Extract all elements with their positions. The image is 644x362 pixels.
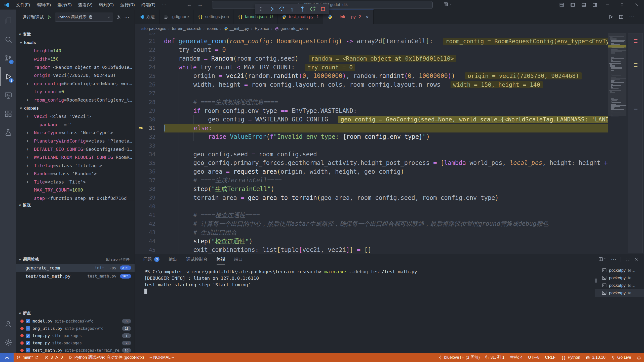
variable-row[interactable]: ❯PlanetaryWindConfig = <class 'Planeta… <box>16 137 135 145</box>
variable-row[interactable]: origin = vec2i(7205730, 9024468) <box>16 71 135 79</box>
code-line-26[interactable]: 26width, height = room_config.layout.n_c… <box>135 80 644 89</box>
status-encoding[interactable]: UTF-8 <box>525 353 542 362</box>
activitybar-extensions[interactable] <box>0 105 16 123</box>
more-actions-icon[interactable]: ⋯ <box>124 14 129 20</box>
variable-row[interactable]: ❯room_config = RoomRequestConfig(env_t… <box>16 96 135 104</box>
forward-icon[interactable]: → <box>197 2 203 8</box>
code-line-45[interactable]: 45exit_combinations: list[tuple[vec2i, v… <box>135 246 644 254</box>
gutter[interactable]: 36 <box>135 167 164 176</box>
gutter[interactable]: 39 <box>135 193 164 202</box>
panel-tab-输出[interactable]: 输出 <box>169 254 177 264</box>
code-line-41[interactable]: 41# ====检查连通性==== <box>135 211 644 219</box>
tab-__init__.py[interactable]: __init__.py2✕ <box>323 10 373 24</box>
gutter[interactable]: 38 <box>135 185 164 194</box>
terminal-list-item[interactable]: pocketpyte… <box>595 266 644 274</box>
variable-row[interactable]: ❯DEFAULT_GEO_CONFIG = GeoConfig(seed=1… <box>16 145 135 153</box>
panel-left-toggle-icon[interactable] <box>567 0 578 10</box>
gutter[interactable]: 24 <box>135 63 164 72</box>
code-line-30[interactable]: 30geo_config = WASTELAND_GEO_CONFIGgeo_c… <box>135 115 644 124</box>
menu-item-6[interactable]: 终端(T) <box>138 0 159 10</box>
breadcrumb-item[interactable]: site-packages <box>141 26 166 31</box>
status-git-blame[interactable]: blueloveTH (3 周前) <box>435 353 482 362</box>
debug-step-into-button[interactable] <box>289 6 295 12</box>
panel-more-actions-icon[interactable]: ⋯ <box>611 256 616 262</box>
split-editor-button[interactable] <box>619 14 624 20</box>
breadcrumb[interactable]: site-packages›terrain_research›rooms›__i… <box>135 24 644 33</box>
code-line-29[interactable]: 29if room_config.env_type == EnvType.WAS… <box>135 106 644 115</box>
panel-bottom-toggle-icon[interactable] <box>578 0 589 10</box>
code-line-42[interactable]: 42# 计算每一个出口的中心，然后使用astar生成路径，确保每一个出口组合都可… <box>135 219 644 228</box>
gutter[interactable]: 31 <box>135 124 164 133</box>
gutter[interactable]: 25 <box>135 72 164 80</box>
code-line-36[interactable]: 36geo_area = request_area(origin, width,… <box>135 167 644 176</box>
code-line-25[interactable]: 25origin = vec2i(random.randint(0, 10000… <box>135 72 644 80</box>
debug-continue-button[interactable] <box>268 6 275 12</box>
variable-row[interactable]: ❯WASTELAND_ROOM_REQUEST_CONFIG = RoomR… <box>16 153 135 161</box>
code-line-32[interactable]: 32raise ValueError(f"Invalid env type: {… <box>135 132 644 141</box>
gutter[interactable]: 41 <box>135 211 164 219</box>
menu-item-7[interactable]: ⋯ <box>159 0 170 10</box>
gutter[interactable]: 28 <box>135 98 164 107</box>
menu-item-1[interactable]: 编辑(E) <box>33 0 54 10</box>
variable-row[interactable]: ❯NoiseType = <class 'NoiseType'> <box>16 129 135 137</box>
code-line-20[interactable]: 20 <box>135 33 644 37</box>
variables-header[interactable]: ∨变量 <box>16 30 135 38</box>
gutter[interactable]: 23 <box>135 54 164 63</box>
gear-icon[interactable] <box>116 15 121 20</box>
gutter[interactable]: 21 <box>135 37 164 46</box>
close-panel-icon[interactable] <box>634 257 638 261</box>
window-minimize-button[interactable] <box>600 0 615 10</box>
breakpoints-header[interactable]: ∨断点 <box>16 309 135 318</box>
scope-globals[interactable]: ∨globals <box>16 104 135 112</box>
debug-step-out-button[interactable] <box>299 6 306 12</box>
start-debug-button[interactable] <box>47 15 52 20</box>
gutter[interactable]: 45 <box>135 246 164 254</box>
scope-locals[interactable]: ∨locals <box>16 38 135 47</box>
gutter[interactable]: 29 <box>135 106 164 115</box>
code-line-22[interactable]: 22try_count = 0 <box>135 46 644 54</box>
activitybar-account[interactable] <box>0 315 16 333</box>
breadcrumb-item[interactable]: generate_room <box>275 26 308 31</box>
status-debug-session[interactable]: Python 调试程序: 启动文件 (godot-ldtk) <box>66 353 147 362</box>
code-line-27[interactable]: 27 <box>135 89 644 98</box>
code-line-33[interactable]: 33 <box>135 141 644 150</box>
debug-config-select[interactable]: Python 调试程序: 启 <box>55 13 113 22</box>
menu-item-5[interactable]: 运行(R) <box>117 0 138 10</box>
stack-frame[interactable]: test/test_math.pytest_math.py16:1 <box>16 272 135 280</box>
layout-dropdown-icon[interactable] <box>443 2 452 7</box>
gutter[interactable]: 30 <box>135 115 164 124</box>
breakpoint-checkbox[interactable]: ✓ <box>26 334 30 338</box>
status-remote[interactable]: >< <box>0 353 14 362</box>
terminal-list-scrollbar[interactable] <box>595 279 597 283</box>
gutter[interactable]: 40 <box>135 202 164 211</box>
variable-row[interactable]: try_count = 0 <box>16 88 135 96</box>
menu-item-3[interactable]: 查看(V) <box>75 0 96 10</box>
variable-row[interactable]: step = <function step at 0x1bf8d716d <box>16 194 135 201</box>
breadcrumb-item[interactable]: __init__.py <box>224 26 249 31</box>
debug-restart-button[interactable] <box>309 6 316 12</box>
breakpoint-checkbox[interactable]: ✓ <box>26 341 30 345</box>
variable-row[interactable]: ❯Tile = <class 'Tile'> <box>16 178 135 186</box>
gutter[interactable]: 37 <box>135 176 164 185</box>
terminal-list-item[interactable]: pocketpyte… <box>595 282 644 289</box>
status-eol[interactable]: CRLF <box>542 353 558 362</box>
terminal-list-item[interactable]: pocketpyte… <box>595 274 644 282</box>
breadcrumb-item[interactable]: Pylance <box>255 26 269 31</box>
gutter[interactable]: 26 <box>135 80 164 89</box>
code-line-38[interactable]: 38step("生成TerrainCell") <box>135 185 644 194</box>
variable-row[interactable]: __package__ = '' <box>16 120 135 129</box>
activitybar-search[interactable] <box>0 30 16 49</box>
debug-stop-button[interactable] <box>320 6 326 12</box>
code-line-37[interactable]: 37# ====生成TerrainCell==== <box>135 176 644 185</box>
status-go-live[interactable]: Go Live <box>608 353 634 362</box>
maximize-panel-icon[interactable] <box>625 257 630 262</box>
gutter[interactable]: 42 <box>135 219 164 228</box>
activitybar-explorer[interactable] <box>0 12 16 30</box>
panel-tab-问题[interactable]: 问题3 <box>143 254 159 264</box>
code-line-43[interactable]: 43# 生成出口组合 <box>135 228 644 237</box>
stack-frame[interactable]: generate_room__init__.py31:1 <box>16 264 135 272</box>
gutter[interactable]: 27 <box>135 89 164 98</box>
code-line-24[interactable]: 24while try_count < MAX_TRY_COUNT:try_co… <box>135 63 644 72</box>
terminal-output[interactable]: PS C:\computer_science\godot-ldtk\site-p… <box>135 264 595 353</box>
breakpoint-checkbox[interactable]: ✓ <box>26 348 30 352</box>
